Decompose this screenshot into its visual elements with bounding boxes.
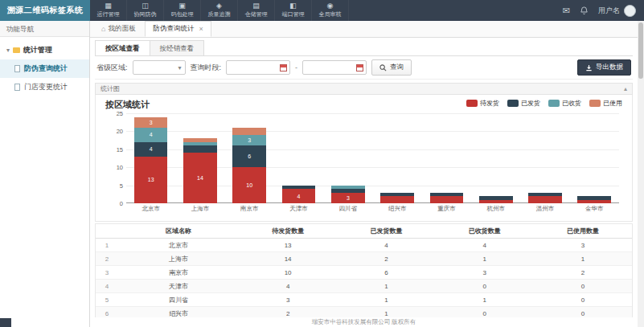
legend-item[interactable]: 已发货 <box>507 99 540 108</box>
row-value: 3 <box>436 266 534 280</box>
region-label: 省级区域: <box>96 63 128 73</box>
warehouse-icon: ▤ <box>252 2 260 10</box>
bar-segment: 14 <box>183 153 217 203</box>
mail-icon[interactable]: ✉ <box>563 6 570 16</box>
bar-segment <box>430 196 464 203</box>
bar-group[interactable]: 14 <box>175 113 224 203</box>
x-axis-label: 北京市 <box>126 205 175 213</box>
document-icon <box>14 84 20 91</box>
bar-group[interactable]: 1063 <box>225 113 274 203</box>
bar-segment <box>232 128 266 135</box>
nav-item-yunxing[interactable]: ▦运行管理 <box>90 0 127 21</box>
region-chart: 按区域统计 待发货已发货已收货已使用 0510152025 1344314106… <box>95 95 633 222</box>
tab-label: 我的面板 <box>108 24 135 34</box>
bar-group[interactable] <box>372 113 421 203</box>
row-value: 13 <box>239 239 337 252</box>
table-column-header: 已发货数量 <box>337 224 435 239</box>
legend-label: 已使用 <box>603 99 622 108</box>
user-menu[interactable]: 用户名 <box>598 5 636 17</box>
row-index: 2 <box>96 252 118 266</box>
nav-item-duankou[interactable]: ◧端口管理 <box>275 0 312 21</box>
subtab[interactable]: 按区域查看 <box>95 40 150 55</box>
plug-icon: ◧ <box>289 2 297 10</box>
x-axis-labels: 北京市上海市南京市天津市四川省绍兴市重庆市杭州市温州市金华市 <box>126 205 619 213</box>
document-icon <box>14 65 20 72</box>
x-axis-label: 四川省 <box>323 205 372 213</box>
bar-group[interactable] <box>570 113 619 203</box>
vertical-scrollbar[interactable] <box>638 21 644 327</box>
nav-item-mabao[interactable]: ▣码包处理 <box>164 0 201 21</box>
bar-group[interactable] <box>471 113 520 203</box>
row-value: 1 <box>436 293 534 307</box>
chevron-down-icon: ▾ <box>178 64 182 72</box>
nav-item-shenhe[interactable]: ◉全局审核 <box>312 0 349 21</box>
search-icon <box>379 64 387 72</box>
date-to-input[interactable] <box>302 60 367 75</box>
row-value: 1 <box>337 307 435 318</box>
x-axis-label: 杭州市 <box>471 205 520 213</box>
row-value: 3 <box>534 239 632 252</box>
province-select[interactable]: ▾ <box>133 60 186 75</box>
scrollbar-thumb[interactable] <box>638 22 643 79</box>
top-nav: ▦运行管理◫协同防伪▣码包处理◈质量追溯▤仓储管理◧端口管理◉全局审核 <box>90 0 349 21</box>
bar-stack <box>577 196 611 203</box>
bar-group[interactable] <box>422 113 471 203</box>
bar-segment: 3 <box>134 117 168 128</box>
plot-area: 0510152025 1344314106343 北京市上海市南京市天津市四川省… <box>126 113 619 218</box>
bell-icon[interactable] <box>580 6 589 15</box>
x-axis-label: 绍兴市 <box>372 205 421 213</box>
bar-segment: 4 <box>134 128 168 142</box>
legend-swatch <box>589 100 601 107</box>
sidebar-item-label: 门店变更统计 <box>24 82 68 92</box>
x-axis-label: 上海市 <box>175 205 224 213</box>
nav-item-label: 仓储管理 <box>245 10 268 18</box>
tab[interactable]: 防伪查询统计× <box>145 21 211 37</box>
bar-stack: 13443 <box>134 117 168 203</box>
sidebar-tree: ▾ 统计管理 防伪查询统计门店变更统计 <box>0 37 89 96</box>
tab[interactable]: ⌂我的面板 <box>93 21 143 37</box>
search-button[interactable]: 查询 <box>371 59 412 76</box>
row-value: 4 <box>239 280 337 293</box>
bar-group[interactable] <box>520 113 569 203</box>
table-row[interactable]: 5四川省3110 <box>96 293 632 307</box>
chart-panel-header: 统计图 ▴ <box>95 83 633 95</box>
bar-segment: 13 <box>134 157 168 203</box>
bar-segment <box>380 196 414 203</box>
bar-group[interactable]: 4 <box>274 113 323 203</box>
sidebar-item[interactable]: 防伪查询统计 <box>0 59 89 78</box>
table-row[interactable]: 1北京市13443 <box>96 239 632 252</box>
date-from-input[interactable] <box>226 60 290 75</box>
nav-item-cangchu[interactable]: ▤仓储管理 <box>238 0 275 21</box>
users-icon: ◫ <box>142 2 149 10</box>
row-index: 4 <box>96 280 118 293</box>
bar-stack: 4 <box>282 186 316 203</box>
legend-item[interactable]: 已使用 <box>589 99 622 108</box>
legend-item[interactable]: 已收货 <box>548 99 581 108</box>
sidebar-collapse-toggle[interactable] <box>0 318 11 327</box>
y-axis-tick: 0 <box>120 200 123 207</box>
subtab[interactable]: 按经销查看 <box>150 40 205 55</box>
nav-item-xietong[interactable]: ◫协同防伪 <box>127 0 164 21</box>
table-row[interactable]: 3南京市10632 <box>96 266 632 280</box>
legend-item[interactable]: 待发货 <box>466 99 499 108</box>
sidebar-item[interactable]: 门店变更统计 <box>0 78 89 96</box>
bar-group[interactable]: 3 <box>323 113 372 203</box>
table-row[interactable]: 6绍兴市2100 <box>96 307 632 318</box>
row-value: 2 <box>534 266 632 280</box>
export-button[interactable]: 导出数据 <box>577 59 631 76</box>
row-value: 0 <box>534 293 632 307</box>
close-icon[interactable]: × <box>199 25 203 33</box>
row-region: 北京市 <box>118 239 239 252</box>
nav-item-zhuisu[interactable]: ◈质量追溯 <box>201 0 238 21</box>
nav-item-label: 码包处理 <box>171 10 194 18</box>
bar-group[interactable]: 13443 <box>126 113 175 203</box>
bar-segment: 3 <box>232 135 266 145</box>
legend-label: 已收货 <box>562 99 581 108</box>
calendar-icon <box>280 64 287 72</box>
table-row[interactable]: 2上海市14211 <box>96 252 632 266</box>
row-value: 1 <box>534 252 632 266</box>
table-row[interactable]: 4天津市4100 <box>96 280 632 293</box>
globe-icon: ◉ <box>327 2 334 10</box>
sidebar-group-stats[interactable]: ▾ 统计管理 <box>0 41 89 59</box>
collapse-panel-icon[interactable]: ▴ <box>624 85 627 92</box>
